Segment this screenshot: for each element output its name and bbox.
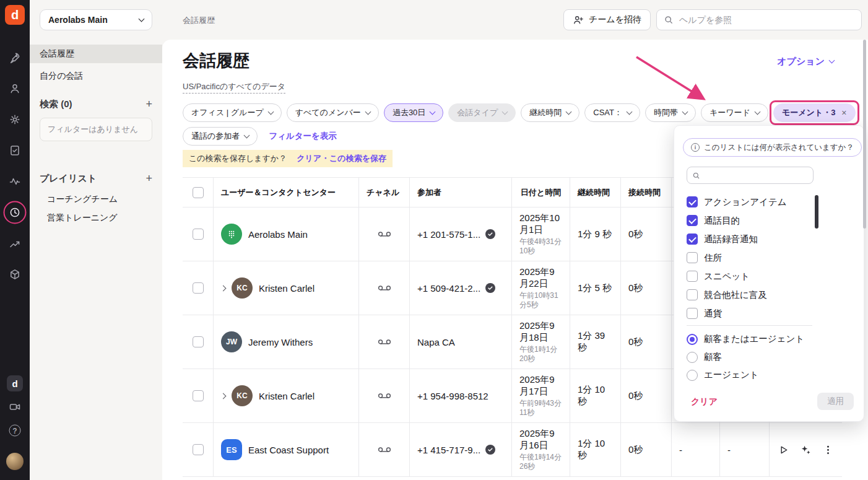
dialpad-app-icon[interactable]: d [7,375,23,391]
duration: 1分 5 秒 [578,282,612,294]
play-icon[interactable] [778,444,789,456]
row-checkbox[interactable] [193,336,204,347]
user-avatar[interactable] [6,453,24,470]
chevron-down-icon [627,108,633,115]
expand-chevron-icon[interactable] [220,285,227,291]
checkbox-unchecked[interactable] [687,271,698,282]
moment-option[interactable]: 通話録音通知 [687,230,787,248]
call-time: 午後4時31分10秒 [519,237,562,256]
options-menu[interactable]: オプション [777,56,834,68]
playlists-section-header: プレイリスト + [40,171,152,186]
user-name: Jeremy Withers [248,337,313,347]
checkbox-unchecked[interactable] [687,252,698,263]
expand-chevron-icon[interactable] [220,393,227,399]
workspace-selector[interactable]: Aerolabs Main [40,9,152,30]
moment-option[interactable]: 通貨 [687,304,787,323]
voicemail-icon [378,391,391,400]
filter-chip-date-range[interactable]: 過去30日 [384,103,443,122]
row-checkbox[interactable] [193,390,204,401]
add-playlist-icon[interactable]: + [145,173,152,184]
contacts-icon[interactable] [8,82,22,95]
moment-chip-wrap: モーメント・3 × [773,103,856,122]
save-search-actions-link[interactable]: クリア・この検索を保存 [297,153,386,164]
video-icon[interactable] [8,400,22,414]
participant: +1 201-575-1... [417,229,480,240]
empty-value: - [727,445,731,455]
filter-chip-keyword[interactable]: キーワード [701,103,768,122]
invite-team-button[interactable]: チームを招待 [563,9,651,30]
moment-option[interactable]: 住所 [687,248,787,267]
help-icon[interactable]: ? [9,425,21,437]
checkbox-checked[interactable] [687,233,698,245]
filter-chip-members[interactable]: すべてのメンバー [287,103,379,122]
chevron-down-icon [829,58,835,64]
integrations-icon[interactable] [8,268,22,281]
filter-chip-call-participants[interactable]: 通話の参加者 [183,127,258,146]
voicemail-icon [378,445,391,454]
moment-option[interactable]: アクションアイテム [687,193,787,211]
popup-scrollbar[interactable] [815,195,818,229]
filter-chip-office-group[interactable]: オフィス | グループ [183,103,282,122]
popup-search-box[interactable] [687,167,814,184]
data-scope-link[interactable]: US/Pacificのすべてのデータ [183,81,285,94]
search-section-header: 検索 (0) + [40,97,152,111]
checkbox-checked[interactable] [687,196,698,207]
participant: Napa CA [417,337,455,347]
apply-button[interactable]: 適用 [817,393,854,410]
row-checkbox[interactable] [193,444,204,455]
duration: 1分 10 秒 [578,438,613,461]
radio-option[interactable]: 顧客 [687,348,804,366]
chip-label: 過去30日 [393,107,425,118]
ai-sparkle-icon[interactable] [800,444,812,456]
radio-unselected[interactable] [687,370,698,381]
moment-option[interactable]: 競合他社に言及 [687,286,787,304]
moment-option[interactable]: スニペット [687,267,787,286]
dialpad-logo[interactable]: d [5,5,25,25]
chip-label: 時間帯 [654,107,678,118]
select-all-checkbox[interactable] [193,187,204,198]
activity-icon[interactable] [8,175,22,188]
checkbox-checked[interactable] [687,215,698,226]
radio-selected[interactable] [687,334,698,345]
radio-option[interactable]: 顧客またはエージェント [687,330,804,348]
row-checkbox[interactable] [193,282,204,294]
popup-search-input[interactable] [705,171,808,180]
filter-chip-moments[interactable]: モーメント・3 × [773,103,856,122]
moment-option[interactable]: 通話目的 [687,211,787,230]
search-section-title: 検索 (0) [40,98,72,110]
filter-chip-csat[interactable]: CSAT： [584,103,640,122]
rocket-icon[interactable] [8,51,22,64]
playlist-item-coaching[interactable]: コーチングチーム [30,191,162,208]
table-row[interactable]: ES East Coast Support +1 415-717-9... 20… [183,423,842,477]
chip-label: すべてのメンバー [295,107,361,118]
add-search-icon[interactable]: + [145,98,152,110]
divider [687,325,812,326]
help-search-input[interactable] [679,15,854,25]
analytics-icon[interactable] [8,237,22,250]
radio-unselected[interactable] [687,352,698,363]
col-participant: 参加者 [410,178,512,207]
sidebar-item-conversation-history[interactable]: 会話履歴 [30,45,162,63]
kebab-menu-icon[interactable] [822,444,834,456]
checkbox-unchecked[interactable] [687,289,698,300]
clear-link[interactable]: クリア [691,396,718,408]
chevron-down-icon [365,108,371,115]
filter-chip-time-of-day[interactable]: 時間帯 [645,103,696,122]
filter-chip-duration[interactable]: 継続時間 [521,103,579,122]
call-date: 2025年9月16日 [519,428,562,452]
playlist-item-sales-training[interactable]: 営業トレーニング [30,209,162,227]
settings-gear-icon[interactable] [8,113,22,126]
survey-icon[interactable] [8,144,22,157]
show-filters-link[interactable]: フィルターを表示 [269,131,337,142]
checkbox-unchecked[interactable] [687,308,698,319]
moment-label: 通話録音通知 [704,233,758,245]
radio-option[interactable]: エージェント [687,366,804,384]
page-scrollbar[interactable] [863,40,866,229]
list-info-banner[interactable]: i このリストには何が表示されていますか？ [683,138,862,157]
row-checkbox[interactable] [193,229,204,240]
help-search-box[interactable] [656,9,862,30]
chevron-down-icon [566,108,572,115]
sidebar-item-my-conversations[interactable]: 自分の会話 [30,67,162,85]
remove-filter-icon[interactable]: × [841,108,846,118]
chevron-down-icon [267,108,274,115]
